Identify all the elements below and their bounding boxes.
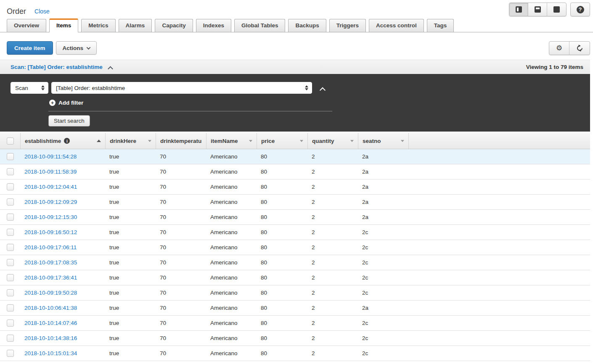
cell-drinktemperature: 70 <box>156 153 206 160</box>
tab-items[interactable]: Items <box>49 18 78 32</box>
row-checkbox[interactable] <box>7 153 14 160</box>
row-checkbox[interactable] <box>7 319 14 327</box>
column-header-itemName[interactable]: itemName <box>206 133 257 149</box>
row-checkbox[interactable] <box>7 289 14 296</box>
item-key-link[interactable]: 2018-10-09:11:54:28 <box>24 153 77 160</box>
row-checkbox[interactable] <box>7 274 14 281</box>
items-table: establishtimeidrinkHeredrinktemperaturit… <box>0 133 590 361</box>
column-header-establishtime[interactable]: establishtimei <box>20 133 105 149</box>
cell-quantity: 2 <box>307 199 358 205</box>
column-header-price[interactable]: price <box>257 133 307 149</box>
item-key-link[interactable]: 2018-10-09:17:08:35 <box>24 259 77 266</box>
collapse-chevron-up-icon[interactable] <box>320 87 326 93</box>
row-checkbox[interactable] <box>7 304 14 311</box>
settings-button[interactable]: ⚙ <box>549 42 569 55</box>
actions-button[interactable]: Actions <box>56 41 97 55</box>
cell-seatno: 2c <box>358 320 408 326</box>
tab-backups[interactable]: Backups <box>288 19 326 32</box>
actions-label: Actions <box>63 45 84 51</box>
close-link[interactable]: Close <box>34 8 50 15</box>
preview-panel-full-button[interactable] <box>547 3 566 16</box>
filter-panel: Scan [Table] Order: establishtime + Add … <box>0 74 590 132</box>
select-all-checkbox[interactable] <box>7 137 14 145</box>
item-key-link[interactable]: 2018-10-09:12:15:30 <box>24 214 77 220</box>
cell-establishtime: 2018-10-10:14:07:46 <box>20 320 105 326</box>
cell-itemName: Americano <box>206 229 257 235</box>
row-checkbox[interactable] <box>7 350 14 357</box>
cell-quantity: 2 <box>307 153 358 160</box>
tab-indexes[interactable]: Indexes <box>196 19 231 32</box>
row-checkbox[interactable] <box>7 335 14 342</box>
tab-metrics[interactable]: Metrics <box>81 19 115 32</box>
column-header-drinkHere[interactable]: drinkHere <box>105 133 156 149</box>
table-row: 2018-10-09:12:15:30true70Americano8022a <box>0 210 590 225</box>
cell-establishtime: 2018-10-09:11:58:39 <box>20 169 105 175</box>
info-icon[interactable]: i <box>64 138 70 144</box>
tab-triggers[interactable]: Triggers <box>329 19 366 32</box>
target-select[interactable]: [Table] Order: establishtime <box>51 82 312 94</box>
tab-alarms[interactable]: Alarms <box>119 19 152 32</box>
cell-price: 80 <box>257 199 307 205</box>
tab-overview[interactable]: Overview <box>7 19 46 32</box>
item-key-link[interactable]: 2018-10-10:14:38:16 <box>24 335 77 341</box>
row-checkbox[interactable] <box>7 168 14 175</box>
column-header-seatno[interactable]: seatno <box>358 133 408 149</box>
cell-price: 80 <box>257 153 307 160</box>
items-toolbar: Create item Actions ⚙ <box>7 41 586 55</box>
cell-itemName: Americano <box>206 290 257 296</box>
preview-panel-full-icon <box>553 6 560 13</box>
refresh-button[interactable] <box>569 42 590 55</box>
select-arrows-icon <box>302 85 308 90</box>
operation-select[interactable]: Scan <box>11 82 48 94</box>
item-key-link[interactable]: 2018-10-09:12:04:41 <box>24 184 77 190</box>
add-filter-button[interactable]: + Add filter <box>49 100 83 106</box>
row-checkbox[interactable] <box>7 198 14 206</box>
item-key-link[interactable]: 2018-10-09:17:06:11 <box>24 244 77 251</box>
item-key-link[interactable]: 2018-10-09:11:58:39 <box>24 169 77 175</box>
tab-capacity[interactable]: Capacity <box>155 19 193 32</box>
cell-price: 80 <box>257 274 307 281</box>
preview-panel-bottom-button[interactable] <box>528 3 547 16</box>
column-header-drinktemperature[interactable]: drinktemperatur <box>156 133 206 149</box>
item-key-link[interactable]: 2018-10-09:12:09:29 <box>24 199 77 205</box>
add-filter-label: Add filter <box>58 100 83 106</box>
table-row: 2018-10-09:17:08:35true70Americano8022c <box>0 255 590 270</box>
cell-seatno: 2c <box>358 274 408 281</box>
row-checkbox[interactable] <box>7 259 14 266</box>
help-button[interactable]: ? <box>571 3 590 16</box>
row-checkbox[interactable] <box>7 214 14 221</box>
start-search-button[interactable]: Start search <box>48 115 90 127</box>
column-header-quantity[interactable]: quantity <box>307 133 358 149</box>
cell-drinktemperature: 70 <box>156 199 206 205</box>
filter-row: Scan [Table] Order: establishtime <box>11 82 590 94</box>
tab-tags[interactable]: Tags <box>427 19 454 32</box>
cell-seatno: 2a <box>358 153 408 160</box>
item-key-link[interactable]: 2018-10-10:15:01:34 <box>24 350 77 356</box>
cell-drinktemperature: 70 <box>156 305 206 311</box>
row-checkbox[interactable] <box>7 183 14 190</box>
item-key-link[interactable]: 2018-10-10:06:41:38 <box>24 305 77 311</box>
item-key-link[interactable]: 2018-10-09:17:36:41 <box>24 274 77 281</box>
cell-quantity: 2 <box>307 259 358 266</box>
cell-quantity: 2 <box>307 244 358 251</box>
tab-bar: OverviewItemsMetricsAlarmsCapacityIndexe… <box>0 18 593 32</box>
cell-drinkHere: true <box>105 320 156 326</box>
item-key-link[interactable]: 2018-10-10:14:07:46 <box>24 320 77 326</box>
chevron-up-icon[interactable] <box>108 66 113 71</box>
cell-price: 80 <box>257 169 307 175</box>
scan-summary-link[interactable]: Scan: [Table] Order: establishtime <box>11 64 103 70</box>
create-item-button[interactable]: Create item <box>7 41 53 55</box>
cell-itemName: Americano <box>206 335 257 341</box>
item-key-link[interactable]: 2018-10-09:19:50:28 <box>24 290 77 296</box>
cell-drinktemperature: 70 <box>156 274 206 281</box>
cell-establishtime: 2018-10-09:12:15:30 <box>20 214 105 220</box>
cell-establishtime: 2018-10-09:12:04:41 <box>20 184 105 190</box>
row-checkbox[interactable] <box>7 229 14 236</box>
tab-global-tables[interactable]: Global Tables <box>234 19 286 32</box>
cell-establishtime: 2018-10-10:14:38:16 <box>20 335 105 341</box>
viewing-count: Viewing 1 to 79 items <box>526 64 583 70</box>
tab-access-control[interactable]: Access control <box>369 19 424 32</box>
preview-panel-side-button[interactable] <box>509 3 528 16</box>
item-key-link[interactable]: 2018-10-09:16:50:12 <box>24 229 77 235</box>
row-checkbox[interactable] <box>7 244 14 251</box>
